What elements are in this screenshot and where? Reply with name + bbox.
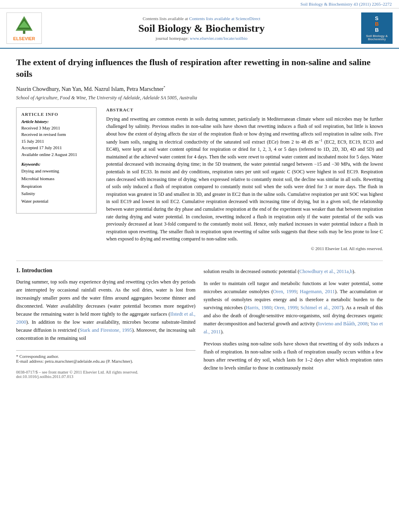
ref-oren1999b[interactable]: Oren, 1999	[274, 305, 297, 310]
ref-harris[interactable]: Harris, 1980	[246, 305, 271, 310]
keyword-1: Drying and rewetting	[21, 167, 91, 175]
revised-label: Received in revised form	[21, 131, 91, 138]
body-left-col: 1. Introduction During summer, top soils…	[16, 267, 195, 379]
keyword-5: Water potential	[21, 197, 91, 205]
elsevier-label: ELSEVIER	[13, 36, 35, 41]
sbb-logo-box: S B B Soil Biology & Biochemistry	[361, 12, 393, 44]
journal-ref-text: Soil Biology & Biochemistry 43 (2011) 22…	[300, 2, 392, 6]
ref-schimel[interactable]: Schimel et al., 2007	[300, 305, 341, 310]
ref-stark[interactable]: Stark and Firestone, 1995	[80, 327, 132, 333]
keyword-4: Salinity	[21, 190, 91, 197]
main-content: The extent of drying influences the flus…	[0, 49, 399, 387]
footnote-area: * Corresponding author. E-mail address: …	[16, 350, 195, 364]
article-info-heading: ARTICLE INFO	[21, 112, 91, 117]
sciencedirect-link[interactable]: Contents lists available at ScienceDirec…	[189, 16, 260, 21]
elsevier-logo-box: ELSEVIER	[6, 12, 42, 44]
article-history-block: Article history: Received 3 May 2011 Rec…	[21, 119, 91, 158]
keywords-label: Keywords:	[21, 162, 91, 166]
history-label: Article history:	[21, 119, 91, 124]
accepted-text: Accepted 17 July 2011	[21, 144, 91, 151]
keyword-2: Microbial biomass	[21, 175, 91, 183]
online-text: Available online 2 August 2011	[21, 151, 91, 158]
section1-heading: 1. Introduction	[16, 267, 195, 274]
email-label: E-mail address:	[16, 359, 44, 364]
introduction-section: 1. Introduction During summer, top soils…	[16, 261, 383, 379]
keywords-block: Keywords: Drying and rewetting Microbial…	[21, 162, 91, 205]
body-right-col: solution results in decreased osmotic po…	[204, 267, 383, 379]
journal-center: Contents lists available at Contents lis…	[46, 16, 357, 41]
author-affiliation: School of Agriculture, Food & Wine, The …	[16, 95, 383, 101]
authors-text: Nasrin Chowdhury, Nan Yan, Md. Nazrul Is…	[16, 86, 165, 92]
section1-para4: Previous studies using non-saline soils …	[204, 340, 383, 372]
email-suffix: (P. Marschner).	[106, 359, 133, 364]
homepage-url[interactable]: www.elsevier.com/locate/soilbio	[190, 36, 247, 41]
journal-reference-bar: Soil Biology & Biochemistry 43 (2011) 22…	[0, 0, 399, 8]
body-two-col: 1. Introduction During summer, top soils…	[16, 267, 383, 379]
contents-available-line: Contents lists available at Contents lis…	[46, 16, 357, 21]
section1-para1: During summer, top soils may experience …	[16, 278, 195, 342]
abstract-heading: ABSTRACT	[106, 107, 383, 112]
authors-line: Nasrin Chowdhury, Nan Yan, Md. Nazrul Is…	[16, 85, 383, 92]
corresponding-note: * Corresponding author.	[16, 354, 195, 359]
article-info-box: ARTICLE INFO Article history: Received 3…	[16, 107, 97, 214]
ref-iovieno[interactable]: Iovieno and Bååth, 2008	[318, 321, 368, 327]
email-note: E-mail address: petra.marschner@adelaide…	[16, 359, 195, 364]
ref-ilstedt[interactable]: Ilstedt et al., 2000	[16, 311, 195, 325]
article-info-col: ARTICLE INFO Article history: Received 3…	[16, 107, 97, 251]
ref-oren1999[interactable]: Oren, 1999	[273, 289, 296, 294]
keyword-3: Respiration	[21, 183, 91, 190]
received-text: Received 3 May 2011	[21, 125, 91, 131]
section1-para3: In order to maintain cell turgor and met…	[204, 279, 383, 336]
footer-bar: 0038-0717/$ – see front matter © 2011 El…	[16, 370, 195, 379]
copyright-line: © 2011 Elsevier Ltd. All rights reserved…	[106, 246, 383, 251]
journal-header: ELSEVIER Contents lists available at Con…	[0, 8, 399, 49]
elsevier-tree-icon	[12, 15, 36, 35]
revised-date: 15 July 2011	[21, 138, 91, 145]
footer-issn: 0038-0717/$ – see front matter © 2011 El…	[16, 370, 195, 374]
section1-para2: solution results in decreased osmotic po…	[204, 267, 383, 275]
abstract-col: ABSTRACT Drying and rewetting are common…	[106, 107, 383, 251]
footer-doi: doi:10.1016/j.soilbio.2011.07.013	[16, 374, 195, 379]
section-divider	[16, 261, 383, 261]
paper-title: The extent of drying influences the flus…	[16, 57, 383, 80]
article-info-abstract-row: ARTICLE INFO Article history: Received 3…	[16, 107, 383, 251]
email-link[interactable]: petra.marschner@adelaide.edu.au	[45, 359, 105, 364]
ref-hagemann[interactable]: Hagemann, 2011	[300, 289, 335, 294]
ref-chowdhury[interactable]: Chowdhury et al., 2011a,b	[299, 269, 352, 274]
abstract-text: Drying and rewetting are common events i…	[106, 115, 383, 243]
journal-homepage: journal homepage: www.elsevier.com/locat…	[46, 36, 357, 41]
journal-title: Soil Biology & Biochemistry	[46, 23, 357, 35]
